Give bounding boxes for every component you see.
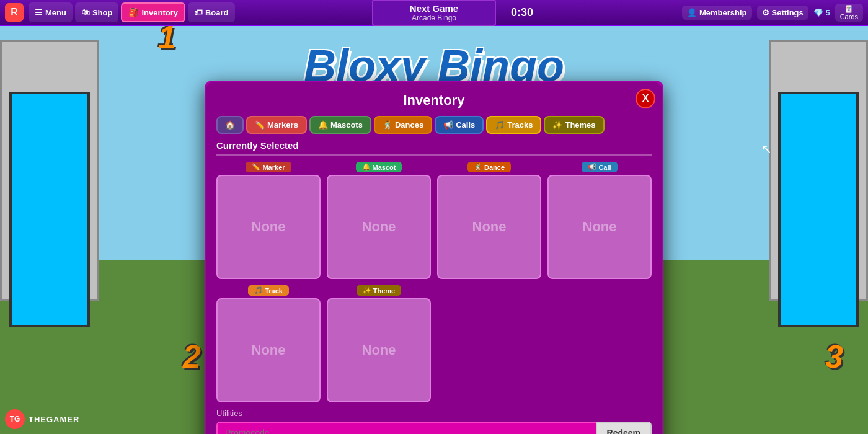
tab-tracks[interactable]: 🎵 Tracks xyxy=(486,116,541,134)
inventory-icon: 🎒 xyxy=(128,7,139,17)
nav-right: 👤 Membership ⚙ Settings 💎 5 🃏 Cards xyxy=(682,4,863,22)
tab-themes-label: Themes xyxy=(565,120,595,130)
mascot-value: None xyxy=(362,219,396,235)
screen-right xyxy=(778,92,859,327)
calls-icon: 📢 xyxy=(443,120,453,130)
theme-label: ✨ Theme xyxy=(356,285,401,296)
next-game-title: Next Game xyxy=(386,3,482,14)
themes-icon: ✨ xyxy=(552,120,562,130)
next-game-name: Arcade Bingo xyxy=(386,14,482,22)
marker-value: None xyxy=(252,219,286,235)
dance-slot-wrapper: 🕺 Dance None xyxy=(437,162,541,279)
menu-icon: ☰ xyxy=(35,7,43,17)
mascots-icon: 🔔 xyxy=(318,120,328,130)
tab-markers-label: Markers xyxy=(267,120,298,130)
dance-value: None xyxy=(472,219,507,235)
nav-board-label: Board xyxy=(205,8,229,17)
slots-row1: ✏️ Marker None 🔔 Mascot None 🕺 Dance Non… xyxy=(216,162,652,279)
call-slot-wrapper: 📢 Call None xyxy=(547,162,652,279)
call-value: None xyxy=(583,219,617,235)
dance-label: 🕺 Dance xyxy=(467,162,511,172)
dance-label-icon: 🕺 xyxy=(474,163,482,171)
track-label: 🎵 Track xyxy=(248,285,289,296)
tab-calls-label: Calls xyxy=(456,120,475,130)
close-button[interactable]: X xyxy=(636,89,655,108)
wall-left xyxy=(0,40,99,301)
redeem-button[interactable]: Redeem xyxy=(596,422,652,434)
track-label-icon: 🎵 xyxy=(254,286,263,294)
marker-slot-wrapper: ✏️ Marker None xyxy=(216,162,321,279)
tab-mascots-label: Mascots xyxy=(330,120,363,130)
theme-slot-wrapper: ✨ Theme None xyxy=(327,285,431,402)
mascot-label-icon: 🔔 xyxy=(362,163,371,171)
tab-markers[interactable]: ✏️ Markers xyxy=(246,116,307,134)
settings-label: Settings xyxy=(772,8,804,17)
nav-inventory-label: Inventory xyxy=(141,8,178,17)
tab-dances[interactable]: 🕺 Dances xyxy=(374,116,432,134)
mascot-label: 🔔 Mascot xyxy=(356,162,402,172)
wall-right xyxy=(769,40,868,301)
marker-label-icon: ✏️ xyxy=(252,163,260,171)
roblox-logo: R xyxy=(5,3,24,22)
membership-button[interactable]: 👤 Membership xyxy=(682,6,752,20)
settings-button[interactable]: ⚙ Settings xyxy=(757,6,808,20)
thegamer-logo: TG THEGAMER xyxy=(5,409,79,429)
nav-inventory-button[interactable]: 🎒 Inventory xyxy=(121,2,185,22)
tab-themes[interactable]: ✨ Themes xyxy=(544,116,604,134)
marker-slot[interactable]: None xyxy=(216,175,321,279)
slots-row2: 🎵 Track None ✨ Theme None xyxy=(216,285,652,402)
tab-home[interactable]: 🏠 xyxy=(216,116,244,134)
tab-calls[interactable]: 📢 Calls xyxy=(435,116,484,134)
next-game-box: Next Game Arcade Bingo xyxy=(372,0,496,26)
track-slot[interactable]: None xyxy=(216,298,321,402)
thegamer-text: THEGAMER xyxy=(29,415,79,424)
settings-icon: ⚙ xyxy=(762,8,769,17)
tab-dances-label: Dances xyxy=(395,120,423,130)
topbar: R ☰ Menu 🛍 Shop 🎒 Inventory 🏷 Board Next… xyxy=(0,0,868,26)
tab-tracks-label: Tracks xyxy=(507,120,533,130)
track-value: None xyxy=(252,342,286,358)
membership-icon: 👤 xyxy=(687,8,697,17)
dances-icon: 🕺 xyxy=(383,120,392,130)
utilities-label: Utilities xyxy=(216,409,652,418)
tab-bar: 🏠 ✏️ Markers 🔔 Mascots 🕺 Dances 📢 Calls … xyxy=(216,116,652,134)
mascot-slot-wrapper: 🔔 Mascot None xyxy=(327,162,431,279)
call-slot[interactable]: None xyxy=(547,175,652,279)
modal-title: Inventory xyxy=(216,92,652,108)
theme-slot[interactable]: None xyxy=(327,298,431,402)
promocode-input[interactable] xyxy=(216,422,596,434)
home-icon: 🏠 xyxy=(225,120,235,130)
dance-slot[interactable]: None xyxy=(437,175,541,279)
markers-icon: ✏️ xyxy=(255,120,265,130)
mascot-slot[interactable]: None xyxy=(327,175,431,279)
call-label: 📢 Call xyxy=(582,162,617,172)
cards-icon: 🃏 xyxy=(844,5,853,13)
nav-menu-button[interactable]: ☰ Menu xyxy=(29,2,73,22)
call-label-icon: 📢 xyxy=(588,163,596,171)
next-game-container: Next Game Arcade Bingo 0:30 xyxy=(372,0,496,26)
promocode-row: Redeem xyxy=(216,422,652,434)
tracks-icon: 🎵 xyxy=(495,120,505,130)
board-icon: 🏷 xyxy=(194,7,203,17)
tab-mascots[interactable]: 🔔 Mascots xyxy=(309,116,371,134)
diamond-count: 💎 5 xyxy=(813,8,830,17)
nav-shop-label: Shop xyxy=(92,8,113,17)
nav-shop-button[interactable]: 🛍 Shop xyxy=(75,2,119,22)
theme-value: None xyxy=(362,342,396,358)
screen-left xyxy=(9,92,90,327)
nav-board-button[interactable]: 🏷 Board xyxy=(188,2,235,22)
shop-icon: 🛍 xyxy=(81,7,90,17)
cards-label: Cards xyxy=(840,13,858,20)
thegamer-icon: TG xyxy=(5,409,25,429)
membership-label: Membership xyxy=(699,8,747,17)
inventory-modal: Inventory X 🏠 ✏️ Markers 🔔 Mascots 🕺 Dan… xyxy=(205,81,663,434)
nav-menu-label: Menu xyxy=(45,8,66,17)
marker-label: ✏️ Marker xyxy=(246,162,291,172)
currently-selected-label: Currently Selected xyxy=(216,140,652,156)
cards-button[interactable]: 🃏 Cards xyxy=(835,4,863,22)
next-game-timer: 0:30 xyxy=(511,6,533,19)
utilities-section: Utilities Redeem Delete Duplicates xyxy=(216,409,652,434)
theme-label-icon: ✨ xyxy=(363,286,371,294)
track-slot-wrapper: 🎵 Track None xyxy=(216,285,321,402)
